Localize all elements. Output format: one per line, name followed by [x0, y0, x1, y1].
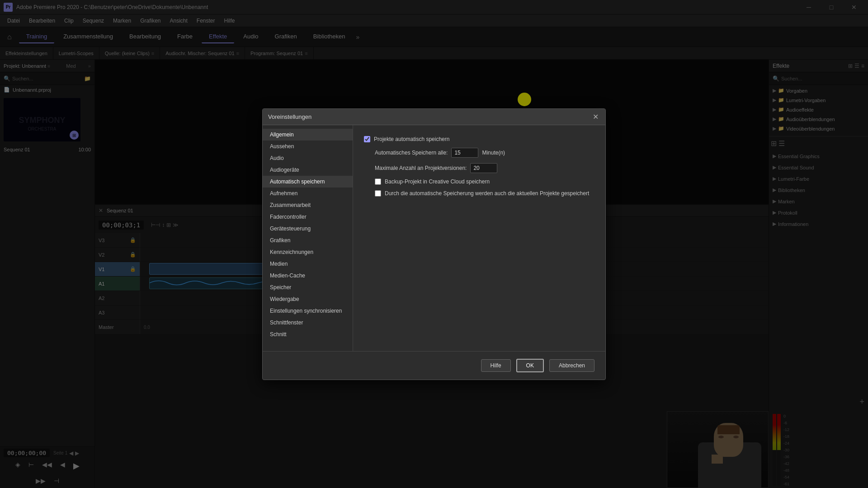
dialog-content: Projekte automatisch speichern Automatis…	[353, 125, 605, 351]
sidebar-item-wiedergabe[interactable]: Wiedergabe	[263, 293, 353, 305]
dialog-close-button[interactable]: ✕	[591, 112, 600, 121]
backup-cloud-checkbox[interactable]	[375, 178, 381, 185]
dialog-body: Allgemein Aussehen Audio Audiogeräte Aut…	[263, 125, 605, 351]
preferences-dialog: Voreinstellungen ✕ Allgemein Aussehen Au…	[262, 108, 606, 380]
cursor-indicator	[518, 93, 531, 106]
sidebar-item-speicher[interactable]: Speicher	[263, 282, 353, 293]
max-versions-input[interactable]	[470, 163, 497, 173]
backup-cloud-row: Backup-Projekt in Creative Cloud speiche…	[375, 178, 594, 185]
auto-save-checkbox[interactable]	[364, 136, 370, 142]
ok-button[interactable]: OK	[516, 359, 544, 372]
max-versions-label: Maximale Anzahl an Projektversionen:	[375, 165, 467, 171]
sidebar-item-medien-cache[interactable]: Medien-Cache	[263, 270, 353, 282]
sidebar-item-einstellungen-sync[interactable]: Einstellungen synchronisieren	[263, 305, 353, 317]
auto-save-interval-input[interactable]	[451, 148, 478, 158]
sidebar-item-audiogeraete[interactable]: Audiogeräte	[263, 164, 353, 176]
auto-save-interval-label: Automatisches Speichern alle:	[375, 150, 448, 156]
auto-save-interval-row: Automatisches Speichern alle: Minute(n)	[375, 148, 594, 158]
backup-cloud-label: Backup-Projekt in Creative Cloud speiche…	[385, 178, 490, 185]
dialog-footer: Hilfe OK Abbrechen	[263, 351, 605, 380]
sidebar-item-grafiken[interactable]: Grafiken	[263, 235, 353, 246]
max-versions-row: Maximale Anzahl an Projektversionen:	[375, 163, 594, 173]
auto-save-current-checkbox[interactable]	[375, 190, 381, 197]
sidebar-item-allgemein[interactable]: Allgemein	[263, 129, 353, 141]
abbrechen-button[interactable]: Abbrechen	[549, 359, 594, 372]
sidebar-item-medien[interactable]: Medien	[263, 258, 353, 270]
auto-save-checkbox-row: Projekte automatisch speichern	[364, 136, 594, 142]
sidebar-item-schnittfenster[interactable]: Schnittfenster	[263, 317, 353, 328]
sidebar-item-kennzeichnungen[interactable]: Kennzeichnungen	[263, 246, 353, 258]
dialog-title: Voreinstellungen	[268, 113, 311, 120]
dialog-sidebar: Allgemein Aussehen Audio Audiogeräte Aut…	[263, 125, 353, 351]
dialog-overlay: Voreinstellungen ✕ Allgemein Aussehen Au…	[0, 0, 868, 488]
sidebar-item-zusammenarbeit[interactable]: Zusammenarbeit	[263, 199, 353, 211]
sidebar-item-fadercontroller[interactable]: Fadercontroller	[263, 211, 353, 223]
auto-save-current-row: Durch die automatische Speicherung werde…	[375, 190, 594, 197]
sidebar-item-autosave[interactable]: Automatisch speichern	[263, 176, 353, 188]
sidebar-item-aussehen[interactable]: Aussehen	[263, 141, 353, 152]
sidebar-item-schnitt[interactable]: Schnitt	[263, 328, 353, 340]
sidebar-item-geraetesteuerung[interactable]: Gerätesteuerung	[263, 223, 353, 235]
auto-save-current-label: Durch die automatische Speicherung werde…	[385, 190, 589, 197]
auto-save-label: Projekte automatisch speichern	[374, 136, 449, 142]
hilfe-button[interactable]: Hilfe	[481, 359, 511, 372]
sidebar-item-aufnehmen[interactable]: Aufnehmen	[263, 188, 353, 199]
dialog-title-bar: Voreinstellungen ✕	[263, 109, 605, 125]
auto-save-unit-label: Minute(n)	[482, 150, 505, 156]
sidebar-item-audio[interactable]: Audio	[263, 152, 353, 164]
